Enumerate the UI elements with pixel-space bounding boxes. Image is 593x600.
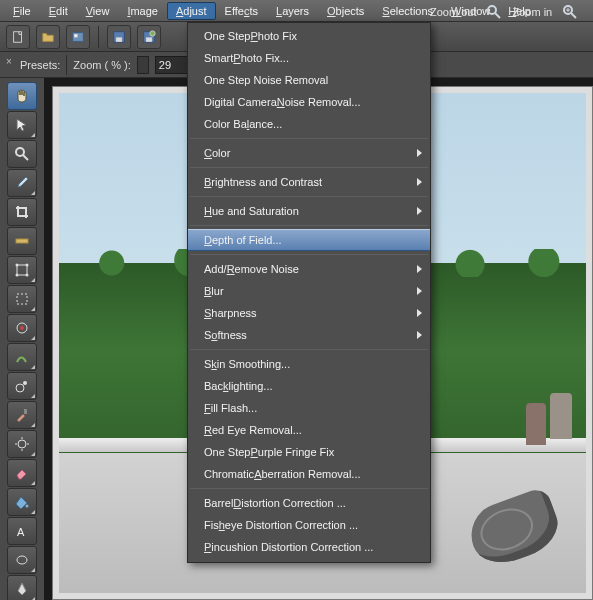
- tool-palette: A: [4, 82, 42, 600]
- menu-separator: [190, 138, 428, 139]
- svg-point-20: [16, 274, 19, 277]
- svg-point-25: [16, 384, 24, 392]
- fill-tool[interactable]: [7, 488, 37, 516]
- submenu-arrow-icon: [417, 309, 422, 317]
- svg-text:A: A: [17, 526, 25, 538]
- flyout-indicator-icon: [31, 452, 35, 456]
- menuitem-one-step-purple-fringe-fix[interactable]: One Step Purple Fringe Fix: [188, 441, 430, 463]
- menuitem-color-balance[interactable]: Color Balance...: [188, 113, 430, 135]
- magnifier-icon[interactable]: [486, 4, 502, 20]
- svg-point-26: [23, 381, 27, 385]
- svg-line-15: [23, 155, 28, 160]
- open-file-button[interactable]: [36, 25, 60, 49]
- clone-tool[interactable]: [7, 372, 37, 400]
- menu-view[interactable]: View: [77, 2, 119, 20]
- menu-image[interactable]: Image: [118, 2, 167, 20]
- svg-point-21: [26, 274, 29, 277]
- paintbrush-tool[interactable]: [7, 401, 37, 429]
- menuitem-brightness-and-contrast[interactable]: Brightness and Contrast: [188, 171, 430, 193]
- flyout-indicator-icon: [31, 307, 35, 311]
- menuitem-fisheye-distortion-correction[interactable]: Fisheye Distortion Correction ...: [188, 514, 430, 536]
- red-eye-tool[interactable]: [7, 314, 37, 342]
- text-tool[interactable]: A: [7, 517, 37, 545]
- menu-separator: [190, 196, 428, 197]
- adjust-menu-dropdown: One Step Photo FixSmart Photo Fix...One …: [187, 22, 431, 563]
- flyout-indicator-icon: [31, 423, 35, 427]
- menuitem-chromatic-aberration-removal[interactable]: Chromatic Aberration Removal...: [188, 463, 430, 485]
- submenu-arrow-icon: [417, 149, 422, 157]
- menuitem-fill-flash[interactable]: Fill Flash...: [188, 397, 430, 419]
- menuitem-backlighting[interactable]: Backlighting...: [188, 375, 430, 397]
- menu-edit[interactable]: Edit: [40, 2, 77, 20]
- menuitem-color[interactable]: Color: [188, 142, 430, 164]
- zoom-out-label[interactable]: Zoom out: [430, 6, 476, 18]
- zoom-percent-label: Zoom ( % ):: [73, 59, 130, 71]
- svg-point-28: [18, 440, 26, 448]
- svg-point-14: [16, 148, 24, 156]
- zoom-in-icon[interactable]: [562, 4, 578, 20]
- menu-objects[interactable]: Objects: [318, 2, 373, 20]
- crop-tool[interactable]: [7, 198, 37, 226]
- optbar-separator: [66, 55, 67, 75]
- save-as-button[interactable]: [137, 25, 161, 49]
- menuitem-sharpness[interactable]: Sharpness: [188, 302, 430, 324]
- flyout-indicator-icon: [31, 336, 35, 340]
- svg-point-7: [150, 30, 155, 35]
- zoom-in-label[interactable]: Zoom in: [512, 6, 552, 18]
- selection-tool[interactable]: [7, 285, 37, 313]
- deform-tool[interactable]: [7, 256, 37, 284]
- flyout-indicator-icon: [31, 568, 35, 572]
- menu-file[interactable]: File: [4, 2, 40, 20]
- menu-effects[interactable]: Effects: [216, 2, 267, 20]
- menuitem-one-step-noise-removal[interactable]: One Step Noise Removal: [188, 69, 430, 91]
- menuitem-softness[interactable]: Softness: [188, 324, 430, 346]
- menuitem-add-remove-noise[interactable]: Add/Remove Noise: [188, 258, 430, 280]
- zoom-spinner-up-down[interactable]: [137, 56, 149, 74]
- menuitem-pincushion-distortion-correction[interactable]: Pincushion Distortion Correction ...: [188, 536, 430, 558]
- flyout-indicator-icon: [31, 481, 35, 485]
- menuitem-barrel-distortion-correction[interactable]: Barrel Distortion Correction ...: [188, 492, 430, 514]
- svg-point-29: [26, 505, 29, 508]
- flyout-indicator-icon: [31, 394, 35, 398]
- menuitem-skin-smoothing[interactable]: Skin Smoothing...: [188, 353, 430, 375]
- new-file-button[interactable]: [6, 25, 30, 49]
- makeover-tool[interactable]: [7, 343, 37, 371]
- svg-point-19: [26, 264, 29, 267]
- menuitem-smart-photo-fix[interactable]: Smart Photo Fix...: [188, 47, 430, 69]
- browse-button[interactable]: [66, 25, 90, 49]
- save-button[interactable]: [107, 25, 131, 49]
- menuitem-red-eye-removal[interactable]: Red Eye Removal...: [188, 419, 430, 441]
- lighten-tool[interactable]: [7, 430, 37, 458]
- flyout-indicator-icon: [31, 278, 35, 282]
- menuitem-depth-of-field[interactable]: Depth of Field...: [188, 229, 430, 251]
- submenu-arrow-icon: [417, 331, 422, 339]
- menuitem-blur[interactable]: Blur: [188, 280, 430, 302]
- toolbar-right: Zoom out Zoom in: [430, 4, 578, 20]
- photo-person: [550, 393, 572, 439]
- svg-rect-16: [16, 239, 28, 243]
- presets-label: Presets:: [20, 59, 60, 71]
- svg-rect-0: [14, 31, 22, 42]
- svg-point-18: [16, 264, 19, 267]
- pen-tool[interactable]: [7, 575, 37, 600]
- flyout-indicator-icon: [31, 133, 35, 137]
- straighten-tool[interactable]: [7, 227, 37, 255]
- panel-close-icon[interactable]: ×: [6, 56, 12, 67]
- svg-point-31: [17, 556, 27, 564]
- shape-tool[interactable]: [7, 546, 37, 574]
- svg-point-24: [20, 326, 24, 330]
- eraser-tool[interactable]: [7, 459, 37, 487]
- pan-tool[interactable]: [7, 82, 37, 110]
- menuitem-hue-and-saturation[interactable]: Hue and Saturation: [188, 200, 430, 222]
- zoom-tool[interactable]: [7, 140, 37, 168]
- menuitem-digital-camera-noise-removal[interactable]: Digital Camera Noise Removal...: [188, 91, 430, 113]
- menuitem-one-step-photo-fix[interactable]: One Step Photo Fix: [188, 25, 430, 47]
- menu-separator: [190, 225, 428, 226]
- menu-separator: [190, 349, 428, 350]
- pointer-tool[interactable]: [7, 111, 37, 139]
- menu-adjust[interactable]: Adjust: [167, 2, 216, 20]
- menu-layers[interactable]: Layers: [267, 2, 318, 20]
- svg-line-9: [495, 13, 500, 18]
- svg-point-8: [488, 6, 496, 14]
- dropper-tool[interactable]: [7, 169, 37, 197]
